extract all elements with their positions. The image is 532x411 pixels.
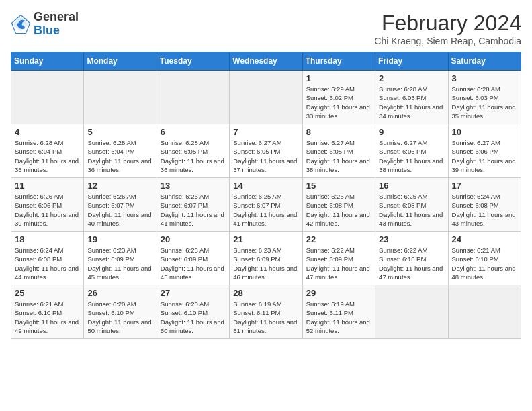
calendar-day-cell: 3Sunrise: 6:28 AM Sunset: 6:03 PM Daylig… <box>448 71 521 124</box>
calendar-day-cell: 26Sunrise: 6:20 AM Sunset: 6:10 PM Dayli… <box>84 285 157 339</box>
calendar-day-cell <box>448 285 521 339</box>
day-info: Sunrise: 6:26 AM Sunset: 6:07 PM Dayligh… <box>87 192 152 228</box>
weekday-header-cell: Wednesday <box>230 52 302 71</box>
day-info: Sunrise: 6:23 AM Sunset: 6:09 PM Dayligh… <box>87 246 152 281</box>
weekday-header-cell: Tuesday <box>157 52 229 71</box>
day-number: 28 <box>233 288 298 298</box>
calendar-day-cell: 22Sunrise: 6:22 AM Sunset: 6:09 PM Dayli… <box>302 232 375 285</box>
day-number: 14 <box>233 181 298 191</box>
day-number: 12 <box>87 181 152 191</box>
day-info: Sunrise: 6:21 AM Sunset: 6:10 PM Dayligh… <box>15 300 80 335</box>
logo: General Blue <box>11 11 79 38</box>
day-info: Sunrise: 6:29 AM Sunset: 6:02 PM Dayligh… <box>306 85 371 120</box>
day-info: Sunrise: 6:23 AM Sunset: 6:09 PM Dayligh… <box>233 246 298 281</box>
day-number: 7 <box>233 127 298 137</box>
day-info: Sunrise: 6:25 AM Sunset: 6:08 PM Dayligh… <box>379 192 444 228</box>
calendar-day-cell: 12Sunrise: 6:26 AM Sunset: 6:07 PM Dayli… <box>84 178 157 232</box>
calendar-day-cell: 17Sunrise: 6:24 AM Sunset: 6:08 PM Dayli… <box>448 178 521 232</box>
calendar-week-row: 25Sunrise: 6:21 AM Sunset: 6:10 PM Dayli… <box>11 285 521 339</box>
day-info: Sunrise: 6:28 AM Sunset: 6:03 PM Dayligh… <box>379 85 444 120</box>
day-info: Sunrise: 6:24 AM Sunset: 6:08 PM Dayligh… <box>452 192 517 228</box>
day-number: 25 <box>15 288 80 298</box>
calendar-day-cell: 15Sunrise: 6:25 AM Sunset: 6:08 PM Dayli… <box>302 178 375 232</box>
day-number: 23 <box>379 234 444 244</box>
weekday-header-cell: Saturday <box>448 52 521 71</box>
day-info: Sunrise: 6:19 AM Sunset: 6:11 PM Dayligh… <box>233 300 298 335</box>
day-number: 11 <box>15 181 80 191</box>
day-number: 24 <box>452 234 517 244</box>
calendar-day-cell <box>11 71 84 124</box>
calendar-day-cell: 6Sunrise: 6:28 AM Sunset: 6:05 PM Daylig… <box>157 124 229 178</box>
weekday-header-cell: Thursday <box>302 52 375 71</box>
calendar-day-cell: 21Sunrise: 6:23 AM Sunset: 6:09 PM Dayli… <box>230 232 302 285</box>
day-number: 13 <box>161 181 226 191</box>
day-number: 1 <box>306 73 371 83</box>
calendar-day-cell: 10Sunrise: 6:27 AM Sunset: 6:06 PM Dayli… <box>448 124 521 178</box>
calendar-day-cell <box>84 71 157 124</box>
day-info: Sunrise: 6:26 AM Sunset: 6:07 PM Dayligh… <box>161 192 226 228</box>
day-info: Sunrise: 6:28 AM Sunset: 6:05 PM Dayligh… <box>161 138 226 174</box>
day-info: Sunrise: 6:28 AM Sunset: 6:03 PM Dayligh… <box>452 85 517 120</box>
day-info: Sunrise: 6:27 AM Sunset: 6:06 PM Dayligh… <box>452 138 517 174</box>
calendar-day-cell: 4Sunrise: 6:28 AM Sunset: 6:04 PM Daylig… <box>11 124 84 178</box>
calendar-day-cell: 2Sunrise: 6:28 AM Sunset: 6:03 PM Daylig… <box>375 71 448 124</box>
day-number: 29 <box>306 288 371 298</box>
logo-icon <box>11 14 31 34</box>
day-number: 10 <box>452 127 517 137</box>
day-number: 3 <box>452 73 517 83</box>
day-info: Sunrise: 6:26 AM Sunset: 6:06 PM Dayligh… <box>15 192 80 228</box>
calendar-title: February 2024 <box>374 11 521 36</box>
calendar-day-cell: 18Sunrise: 6:24 AM Sunset: 6:08 PM Dayli… <box>11 232 84 285</box>
title-block: February 2024 Chi Kraeng, Siem Reap, Cam… <box>374 11 521 46</box>
calendar-week-row: 4Sunrise: 6:28 AM Sunset: 6:04 PM Daylig… <box>11 124 521 178</box>
day-number: 4 <box>15 127 80 137</box>
day-number: 9 <box>379 127 444 137</box>
day-number: 19 <box>87 234 152 244</box>
calendar-day-cell: 1Sunrise: 6:29 AM Sunset: 6:02 PM Daylig… <box>302 71 375 124</box>
calendar-day-cell: 19Sunrise: 6:23 AM Sunset: 6:09 PM Dayli… <box>84 232 157 285</box>
day-number: 5 <box>87 127 152 137</box>
calendar-day-cell <box>157 71 229 124</box>
day-info: Sunrise: 6:28 AM Sunset: 6:04 PM Dayligh… <box>87 138 152 174</box>
day-number: 15 <box>306 181 371 191</box>
calendar-day-cell: 16Sunrise: 6:25 AM Sunset: 6:08 PM Dayli… <box>375 178 448 232</box>
calendar-day-cell <box>375 285 448 339</box>
weekday-header-row: SundayMondayTuesdayWednesdayThursdayFrid… <box>11 52 521 71</box>
day-info: Sunrise: 6:21 AM Sunset: 6:10 PM Dayligh… <box>452 246 517 281</box>
page-header: General Blue February 2024 Chi Kraeng, S… <box>11 11 521 46</box>
day-number: 18 <box>15 234 80 244</box>
calendar-day-cell <box>230 71 302 124</box>
calendar-day-cell: 28Sunrise: 6:19 AM Sunset: 6:11 PM Dayli… <box>230 285 302 339</box>
calendar-body: 1Sunrise: 6:29 AM Sunset: 6:02 PM Daylig… <box>11 71 521 339</box>
day-info: Sunrise: 6:27 AM Sunset: 6:05 PM Dayligh… <box>306 138 371 174</box>
day-info: Sunrise: 6:19 AM Sunset: 6:11 PM Dayligh… <box>306 300 371 335</box>
day-info: Sunrise: 6:20 AM Sunset: 6:10 PM Dayligh… <box>87 300 152 335</box>
calendar-day-cell: 14Sunrise: 6:25 AM Sunset: 6:07 PM Dayli… <box>230 178 302 232</box>
calendar-day-cell: 8Sunrise: 6:27 AM Sunset: 6:05 PM Daylig… <box>302 124 375 178</box>
day-number: 6 <box>161 127 226 137</box>
day-info: Sunrise: 6:23 AM Sunset: 6:09 PM Dayligh… <box>161 246 226 281</box>
calendar-week-row: 11Sunrise: 6:26 AM Sunset: 6:06 PM Dayli… <box>11 178 521 232</box>
day-info: Sunrise: 6:22 AM Sunset: 6:10 PM Dayligh… <box>379 246 444 281</box>
day-info: Sunrise: 6:24 AM Sunset: 6:08 PM Dayligh… <box>15 246 80 281</box>
calendar-day-cell: 27Sunrise: 6:20 AM Sunset: 6:10 PM Dayli… <box>157 285 229 339</box>
calendar-day-cell: 20Sunrise: 6:23 AM Sunset: 6:09 PM Dayli… <box>157 232 229 285</box>
calendar-day-cell: 23Sunrise: 6:22 AM Sunset: 6:10 PM Dayli… <box>375 232 448 285</box>
day-info: Sunrise: 6:28 AM Sunset: 6:04 PM Dayligh… <box>15 138 80 174</box>
calendar-day-cell: 24Sunrise: 6:21 AM Sunset: 6:10 PM Dayli… <box>448 232 521 285</box>
day-number: 27 <box>161 288 226 298</box>
calendar-day-cell: 13Sunrise: 6:26 AM Sunset: 6:07 PM Dayli… <box>157 178 229 232</box>
day-number: 26 <box>87 288 152 298</box>
calendar-week-row: 18Sunrise: 6:24 AM Sunset: 6:08 PM Dayli… <box>11 232 521 285</box>
day-info: Sunrise: 6:25 AM Sunset: 6:07 PM Dayligh… <box>233 192 298 228</box>
weekday-header-cell: Friday <box>375 52 448 71</box>
weekday-header-cell: Monday <box>84 52 157 71</box>
day-number: 20 <box>161 234 226 244</box>
weekday-header-cell: Sunday <box>11 52 84 71</box>
calendar-day-cell: 5Sunrise: 6:28 AM Sunset: 6:04 PM Daylig… <box>84 124 157 178</box>
day-number: 8 <box>306 127 371 137</box>
calendar-week-row: 1Sunrise: 6:29 AM Sunset: 6:02 PM Daylig… <box>11 71 521 124</box>
calendar-day-cell: 11Sunrise: 6:26 AM Sunset: 6:06 PM Dayli… <box>11 178 84 232</box>
day-info: Sunrise: 6:20 AM Sunset: 6:10 PM Dayligh… <box>161 300 226 335</box>
day-number: 21 <box>233 234 298 244</box>
